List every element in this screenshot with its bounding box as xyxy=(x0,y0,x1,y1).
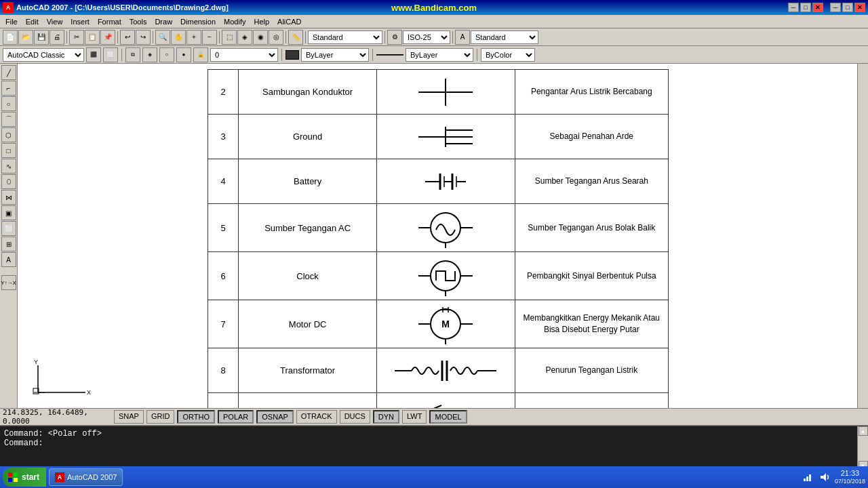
menu-modify[interactable]: Modify xyxy=(220,16,250,27)
lt-rect[interactable]: □ xyxy=(1,143,16,158)
tb-pan[interactable]: ✋ xyxy=(171,30,186,45)
bycolor-select[interactable]: ByColor xyxy=(481,48,535,62)
coord-value: 214.8325, 164.6489, 0.0000 xyxy=(3,408,111,426)
lt-arc[interactable]: ⌒ xyxy=(1,112,16,127)
bylayer-select[interactable]: ByLayer xyxy=(301,48,369,62)
row4-name: Battery xyxy=(239,159,377,204)
title-bar: A AutoCAD 2007 - [C:\Users\USER\Document… xyxy=(0,0,868,15)
lt-pline[interactable]: ⌐ xyxy=(1,81,16,96)
tb-new[interactable]: 📄 xyxy=(3,30,18,45)
title-bar-left: A AutoCAD 2007 - [C:\Users\USER\Document… xyxy=(3,2,229,13)
grid-btn[interactable]: GRID xyxy=(146,410,175,424)
menu-draw[interactable]: Draw xyxy=(151,16,176,27)
inner-maximize-button[interactable]: □ xyxy=(842,3,853,12)
tb-undo[interactable]: ↩ xyxy=(120,30,135,45)
app-icon: A xyxy=(3,2,14,13)
svg-text:Y: Y xyxy=(34,359,38,365)
main-area: 2 Sambungan Konduktor Pengantar Arus Lis… xyxy=(18,64,857,408)
watermark: www.Bandicam.com xyxy=(391,3,477,13)
drawing-coords: Y X ─ xyxy=(24,359,92,401)
tb-3d[interactable]: ⬚ xyxy=(222,30,237,45)
inner-close-button[interactable]: ✕ xyxy=(854,3,865,12)
ducs-btn[interactable]: DUCS xyxy=(340,410,370,424)
network-icon[interactable] xyxy=(802,472,813,483)
iso-select[interactable]: ISO-25 xyxy=(403,30,450,44)
standard-select1[interactable]: Standard xyxy=(308,30,382,44)
close-button[interactable]: ✕ xyxy=(812,3,823,12)
symbol-switch xyxy=(391,399,500,409)
standard-select2[interactable]: Standard xyxy=(471,30,538,44)
menu-insert[interactable]: Insert xyxy=(66,16,94,27)
polar-btn[interactable]: POLAR xyxy=(218,410,254,424)
command-scrollbar[interactable]: ▲ ▼ xyxy=(857,426,868,470)
otrack-btn[interactable]: OTRACK xyxy=(296,410,337,424)
tb-layer3[interactable]: ○ xyxy=(159,47,174,62)
layer-select[interactable]: 0 xyxy=(210,48,278,62)
lt-polygon[interactable]: ⬡ xyxy=(1,127,16,142)
sep6 xyxy=(305,31,306,43)
tb-zoom-out[interactable]: − xyxy=(202,30,217,45)
lt-spline[interactable]: ∿ xyxy=(1,159,16,174)
lt-origin[interactable]: Y↑→X xyxy=(1,275,16,290)
ortho-btn[interactable]: ORTHO xyxy=(177,410,215,424)
minimize-button[interactable]: ─ xyxy=(788,3,799,12)
tb-layer2[interactable]: ◈ xyxy=(142,47,157,62)
bylayer-select2[interactable]: ByLayer xyxy=(406,48,473,62)
lt-line[interactable]: ╱ xyxy=(1,65,16,80)
lt-circle[interactable]: ○ xyxy=(1,96,16,111)
speaker-icon[interactable] xyxy=(818,472,829,483)
tb-render[interactable]: ◈ xyxy=(237,30,252,45)
tb-print[interactable]: 🖨 xyxy=(50,30,64,45)
tb-format[interactable]: A xyxy=(455,30,470,45)
scroll-up[interactable]: ▲ xyxy=(859,426,868,436)
tb-hide[interactable]: ◎ xyxy=(269,30,283,45)
title-bar-controls[interactable]: ─ □ ✕ ─ □ ✕ xyxy=(788,3,865,12)
tb-cut[interactable]: ✂ xyxy=(69,30,84,45)
tb-paste[interactable]: 📌 xyxy=(100,30,115,45)
lt-table[interactable]: ⊞ xyxy=(1,237,16,251)
tb-open[interactable]: 📂 xyxy=(18,30,33,45)
lt-text[interactable]: A xyxy=(1,252,16,267)
dyn-btn[interactable]: DYN xyxy=(373,410,399,424)
osnap-btn[interactable]: OSNAP xyxy=(256,410,294,424)
maximize-button[interactable]: □ xyxy=(800,3,811,12)
drawing-canvas[interactable]: 2 Sambungan Konduktor Pengantar Arus Lis… xyxy=(18,64,857,408)
tb-copy[interactable]: 📋 xyxy=(85,30,100,45)
tb-layer1[interactable]: ⧉ xyxy=(125,47,140,62)
lt-gradient[interactable]: ▣ xyxy=(1,205,16,220)
lt-region[interactable]: ⬜ xyxy=(1,221,16,236)
tb-save[interactable]: 💾 xyxy=(34,30,49,45)
model-btn[interactable]: MODEL xyxy=(429,410,467,424)
tb-workspace2[interactable]: ⬜ xyxy=(103,47,118,62)
menu-alicad[interactable]: AliCAD xyxy=(273,16,305,27)
workspace-select[interactable]: AutoCAD Classic xyxy=(3,48,84,62)
menu-format[interactable]: Format xyxy=(94,16,125,27)
svg-text:X: X xyxy=(87,389,91,396)
menu-edit[interactable]: Edit xyxy=(22,16,43,27)
tb-measure[interactable]: 📏 xyxy=(288,30,303,45)
tb-redo[interactable]: ↪ xyxy=(136,30,151,45)
lt-hatch[interactable]: ⋈ xyxy=(1,190,16,205)
menu-help[interactable]: Help xyxy=(250,16,273,27)
menu-view[interactable]: View xyxy=(43,16,67,27)
tb-layer5[interactable]: 🔒 xyxy=(193,47,208,62)
tb-zoom[interactable]: 🔍 xyxy=(155,30,170,45)
tb-zoom-in[interactable]: + xyxy=(186,30,201,45)
menu-file[interactable]: File xyxy=(1,16,22,27)
tb-workspace1[interactable]: ⬛ xyxy=(86,47,101,62)
title-text: AutoCAD 2007 - [C:\Users\USER\Documents\… xyxy=(16,3,229,12)
row6-desc: Pembangkit Sinyal Berbentuk Pulsa xyxy=(515,252,668,300)
inner-minimize-button[interactable]: ─ xyxy=(830,3,841,12)
lwt-btn[interactable]: LWT xyxy=(402,410,427,424)
tb-properties[interactable]: ⚙ xyxy=(387,30,402,45)
tb-shade[interactable]: ◉ xyxy=(253,30,268,45)
svg-point-15 xyxy=(431,213,460,243)
taskbar-app1[interactable]: A AutoCAD 2007 xyxy=(49,468,123,486)
lt-ellipse[interactable]: ⬯ xyxy=(1,174,16,189)
start-button[interactable]: start xyxy=(3,468,46,487)
windows-icon xyxy=(7,472,18,483)
tb-layer4[interactable]: ● xyxy=(176,47,191,62)
menu-dimension[interactable]: Dimension xyxy=(176,16,220,27)
snap-btn[interactable]: SNAP xyxy=(114,410,144,424)
menu-tools[interactable]: Tools xyxy=(125,16,151,27)
